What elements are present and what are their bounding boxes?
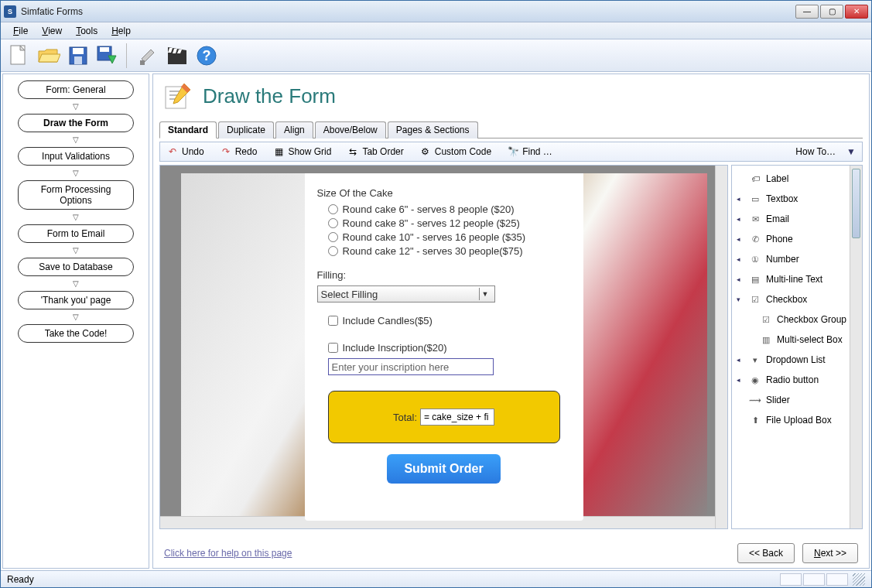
step-take-the-code-[interactable]: Take the Code! [18, 324, 134, 343]
expand-icon: ◂ [737, 356, 744, 364]
chevron-down-icon: ▼ [479, 288, 491, 300]
widget-checkbox[interactable]: ▾☑Checkbox [734, 289, 860, 309]
step-form-to-email[interactable]: Form to Email [18, 224, 134, 243]
cake-size-option[interactable]: Round cake 8" - serves 12 people ($25) [328, 217, 571, 229]
widget-multi-select-box[interactable]: ▥Multi-select Box [734, 330, 860, 350]
widget-phone[interactable]: ◂✆Phone [734, 229, 860, 249]
step--thank-you-page[interactable]: 'Thank you' page [18, 291, 134, 309]
expand-icon: ◂ [737, 195, 744, 203]
widget-file-upload-box[interactable]: ⬆File Upload Box [734, 410, 860, 430]
clapper-icon[interactable] [163, 42, 191, 70]
widget-textbox[interactable]: ◂▭Textbox [734, 189, 860, 209]
help-link[interactable]: Click here for help on this page [164, 548, 292, 559]
expand-icon: ◂ [737, 255, 744, 263]
widget-label: Multi-line Text [766, 274, 822, 285]
maximize-button[interactable]: ▢ [820, 5, 843, 19]
cake-size-radio[interactable] [328, 218, 338, 228]
close-button[interactable]: ✕ [845, 5, 868, 19]
cake-size-radio[interactable] [328, 246, 338, 256]
help-icon[interactable]: ? [193, 42, 221, 70]
canvas-scrollbar-vertical[interactable] [715, 166, 727, 528]
save-icon[interactable] [64, 42, 92, 70]
step-input-validations[interactable]: Input Validations [18, 147, 134, 166]
new-icon[interactable] [5, 42, 33, 70]
label-icon: 🏷 [749, 173, 761, 185]
cake-size-radio[interactable] [328, 204, 338, 214]
cake-size-label: Round cake 10" - serves 16 people ($35) [343, 231, 526, 243]
multi-line-text-icon: ▤ [749, 273, 761, 285]
widget-multi-line-text[interactable]: ◂▤Multi-line Text [734, 269, 860, 289]
back-button[interactable]: << Back [737, 543, 795, 563]
save-as-icon[interactable] [94, 42, 121, 70]
expand-icon: ▾ [737, 296, 744, 303]
step-arrow-icon: ▽ [73, 313, 79, 321]
grid-icon: ▦ [272, 145, 285, 158]
cake-size-option[interactable]: Round cake 6" - serves 8 people ($20) [328, 203, 571, 215]
menu-view[interactable]: View [36, 24, 68, 38]
total-field[interactable] [420, 409, 494, 426]
cake-size-label: Round cake 6" - serves 8 people ($20) [343, 203, 515, 215]
submit-order-button[interactable]: Submit Order [387, 454, 500, 484]
widget-label: Phone [766, 234, 793, 244]
code-icon: ⚙ [419, 145, 432, 158]
svg-rect-2 [73, 48, 84, 54]
filling-label: Filling: [317, 269, 571, 281]
find-button[interactable]: 🔭Find … [507, 145, 552, 158]
svg-text:?: ? [203, 48, 211, 63]
widget-checkbox-group[interactable]: ☑Checkbox Group [734, 309, 860, 330]
inscription-input[interactable]: Enter your inscription here [328, 358, 494, 375]
email-icon: ✉ [749, 213, 761, 225]
filling-select[interactable]: Select Filling ▼ [317, 285, 495, 303]
step-arrow-icon: ▽ [73, 279, 79, 288]
menu-file[interactable]: File [7, 24, 34, 38]
inscription-checkbox[interactable] [328, 343, 338, 353]
tab-duplicate[interactable]: Duplicate [218, 121, 274, 138]
minimize-button[interactable]: — [795, 5, 819, 19]
widget-number[interactable]: ◂①Number [734, 249, 860, 269]
main-toolbar: ? [1, 39, 871, 72]
tab-standard[interactable]: Standard [159, 121, 217, 138]
custom-code-button[interactable]: ⚙Custom Code [419, 145, 491, 158]
cake-size-radio[interactable] [328, 232, 338, 242]
tab-pages-sections[interactable]: Pages & Sections [388, 121, 478, 138]
step-form-general[interactable]: Form: General [18, 80, 134, 99]
widget-label: Multi-select Box [777, 334, 843, 345]
inscription-label: Include Inscription($20) [343, 342, 447, 354]
step-form-processing-options[interactable]: Form Processing Options [18, 180, 134, 210]
step-arrow-icon: ▽ [73, 246, 79, 255]
widget-slider[interactable]: ⟿Slider [734, 390, 860, 410]
next-button[interactable]: Next >> [802, 543, 858, 563]
widget-email[interactable]: ◂✉Email [734, 209, 860, 229]
tab-order-icon: ⇆ [347, 145, 359, 158]
widget-dropdown-list[interactable]: ◂▾Dropdown List [734, 350, 860, 370]
expand-icon: ◂ [737, 275, 744, 283]
cake-size-label: Size Of the Cake [317, 187, 571, 199]
redo-button[interactable]: ↷Redo [220, 145, 258, 158]
widget-scrollbar[interactable] [850, 166, 862, 528]
tab-above-below[interactable]: Above/Below [315, 121, 386, 138]
widget-radio-button[interactable]: ◂◉Radio button [734, 370, 860, 390]
menu-help[interactable]: Help [105, 24, 137, 38]
status-cell [780, 573, 802, 586]
cake-size-label: Round cake 8" - serves 12 people ($25) [343, 217, 520, 229]
tab-order-button[interactable]: ⇆Tab Order [347, 145, 403, 158]
menu-tools[interactable]: Tools [70, 24, 104, 38]
show-grid-button[interactable]: ▦Show Grid [272, 145, 331, 158]
tab-align[interactable]: Align [275, 121, 313, 138]
tabs: StandardDuplicateAlignAbove/BelowPages &… [159, 121, 863, 138]
cake-size-option[interactable]: Round cake 10" - serves 16 people ($35) [328, 231, 571, 243]
candles-checkbox[interactable] [328, 316, 338, 326]
how-to-dropdown[interactable]: How To… ▼ [795, 146, 856, 157]
form-preview[interactable]: Size Of the Cake Round cake 6" - serves … [305, 173, 583, 521]
open-icon[interactable] [35, 42, 63, 70]
step-save-to-database[interactable]: Save to Database [18, 258, 134, 276]
cake-size-option[interactable]: Round cake 12" - serves 30 people($75) [328, 245, 571, 257]
settings-icon[interactable] [134, 42, 162, 70]
canvas[interactable]: Size Of the Cake Round cake 6" - serves … [159, 165, 728, 529]
widget-label[interactable]: 🏷Label [734, 169, 860, 189]
step-draw-the-form[interactable]: Draw the Form [18, 114, 134, 132]
checkbox-group-icon: ☑ [760, 313, 772, 326]
resize-grip[interactable] [853, 573, 865, 586]
widget-panel: 🏷Label◂▭Textbox◂✉Email◂✆Phone◂①Number◂▤M… [731, 165, 863, 529]
undo-button[interactable]: ↶Undo [166, 145, 204, 158]
